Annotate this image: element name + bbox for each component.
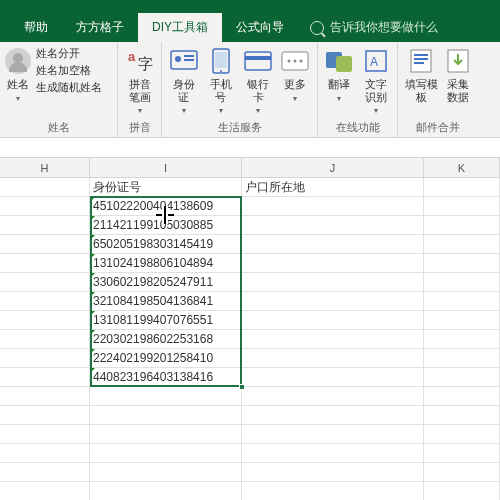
cell[interactable]: 330602198205247911	[90, 273, 242, 291]
name-random[interactable]: 生成随机姓名	[36, 80, 102, 95]
table-row[interactable]: 222402199201258410	[0, 349, 500, 368]
bank-button[interactable]: 银行卡▾	[243, 46, 274, 116]
svg-rect-20	[414, 54, 428, 56]
worksheet[interactable]: H I J K 身份证号 户口所在地 451022200404138609 21…	[0, 158, 500, 500]
col-i[interactable]: I	[90, 158, 242, 177]
svg-point-14	[300, 60, 303, 63]
svg-point-3	[175, 56, 181, 62]
svg-point-13	[294, 60, 297, 63]
svg-rect-5	[184, 59, 194, 61]
svg-text:字: 字	[138, 55, 153, 72]
grid-rows: 身份证号 户口所在地 451022200404138609 2114211991…	[0, 178, 500, 500]
group-mail-label: 邮件合并	[404, 118, 472, 135]
cell[interactable]: 220302198602253168	[90, 330, 242, 348]
group-life: 身份证▾ 手机号▾ 银行卡▾ 更多▾ 生活服务	[162, 42, 318, 137]
table-row[interactable]: 131024198806104894	[0, 254, 500, 273]
group-online: 翻译▾ A 文字识别▾ 在线功能	[318, 42, 398, 137]
svg-rect-19	[411, 50, 431, 72]
pinyin-button[interactable]: a字 拼音笔画▾	[124, 46, 155, 116]
tab-ffgz[interactable]: 方方格子	[62, 13, 138, 42]
cell[interactable]	[0, 178, 90, 196]
group-online-label: 在线功能	[324, 118, 391, 135]
ribbon: 姓名▾ 姓名分开 姓名加空格 生成随机姓名 姓名 a字 拼音笔画▾ 拼音 身份证…	[0, 42, 500, 138]
tell-me-search[interactable]: 告诉我你想要做什么	[306, 13, 442, 42]
col-k[interactable]: K	[424, 158, 500, 177]
ribbon-tabs: 帮助 方方格子 DIY工具箱 公式向导 告诉我你想要做什么	[0, 14, 500, 42]
name-split[interactable]: 姓名分开	[36, 46, 102, 61]
id-card-icon	[169, 46, 199, 76]
more-icon	[280, 46, 310, 76]
svg-text:A: A	[370, 55, 378, 69]
ocr-button[interactable]: A 文字识别▾	[361, 46, 392, 116]
group-pinyin: a字 拼音笔画▾ 拼音	[118, 42, 162, 137]
id-button[interactable]: 身份证▾	[168, 46, 199, 116]
svg-rect-21	[414, 58, 428, 60]
collect-icon	[443, 46, 473, 76]
cell[interactable]: 321084198504136841	[90, 292, 242, 310]
cell[interactable]: 650205198303145419	[90, 235, 242, 253]
group-life-label: 生活服务	[168, 118, 311, 135]
search-placeholder: 告诉我你想要做什么	[330, 19, 438, 36]
pinyin-icon: a字	[125, 46, 155, 76]
table-row[interactable]: 身份证号 户口所在地	[0, 178, 500, 197]
fill-template-button[interactable]: 填写模板	[404, 46, 438, 103]
table-row[interactable]	[0, 463, 500, 482]
phone-button[interactable]: 手机号▾	[205, 46, 236, 116]
bank-card-icon	[243, 46, 273, 76]
name-space[interactable]: 姓名加空格	[36, 63, 102, 78]
cell[interactable]: 身份证号	[90, 178, 242, 196]
table-row[interactable]: 330602198205247911	[0, 273, 500, 292]
group-name-label: 姓名	[6, 118, 111, 135]
search-icon	[310, 21, 324, 35]
tab-help[interactable]: 帮助	[10, 13, 62, 42]
svg-point-12	[288, 60, 291, 63]
svg-rect-7	[215, 52, 227, 68]
svg-rect-4	[184, 55, 194, 57]
translate-icon	[324, 46, 354, 76]
svg-text:a: a	[128, 49, 136, 64]
table-row[interactable]: 220302198602253168	[0, 330, 500, 349]
svg-rect-9	[245, 52, 271, 70]
table-row[interactable]	[0, 444, 500, 463]
formula-bar[interactable]	[0, 138, 500, 158]
tab-diy[interactable]: DIY工具箱	[138, 13, 222, 42]
table-row[interactable]	[0, 406, 500, 425]
cell[interactable]: 451022200404138609	[90, 197, 242, 215]
name-options: 姓名分开 姓名加空格 生成随机姓名	[36, 46, 102, 95]
cell[interactable]: 131081199407076551	[90, 311, 242, 329]
svg-rect-22	[414, 62, 424, 64]
template-icon	[406, 46, 436, 76]
cell[interactable]: 131024198806104894	[90, 254, 242, 272]
col-h[interactable]: H	[0, 158, 90, 177]
tab-gsxd[interactable]: 公式向导	[222, 13, 298, 42]
ocr-icon: A	[361, 46, 391, 76]
table-row[interactable]: 650205198303145419	[0, 235, 500, 254]
col-j[interactable]: J	[242, 158, 424, 177]
fill-handle[interactable]	[239, 384, 245, 390]
collect-button[interactable]: 采集数据	[444, 46, 472, 103]
name-button[interactable]: 姓名▾	[6, 46, 30, 103]
cell[interactable]: 440823196403138416	[90, 368, 242, 386]
table-row[interactable]: 211421199105030885	[0, 216, 500, 235]
table-row[interactable]	[0, 425, 500, 444]
group-mail: 填写模板 采集数据 邮件合并	[398, 42, 478, 137]
avatar-icon	[5, 48, 31, 74]
table-row[interactable]: 131081199407076551	[0, 311, 500, 330]
table-row[interactable]: 440823196403138416	[0, 368, 500, 387]
svg-rect-10	[245, 56, 271, 60]
table-row[interactable]: 451022200404138609	[0, 197, 500, 216]
svg-rect-16	[336, 56, 352, 72]
table-row[interactable]	[0, 387, 500, 406]
group-pinyin-label: 拼音	[124, 118, 155, 135]
table-row[interactable]: 321084198504136841	[0, 292, 500, 311]
cell[interactable]	[424, 178, 500, 196]
title-bar	[0, 0, 500, 14]
cell[interactable]: 222402199201258410	[90, 349, 242, 367]
cell[interactable]: 户口所在地	[242, 178, 424, 196]
table-row[interactable]	[0, 482, 500, 500]
column-headers: H I J K	[0, 158, 500, 178]
svg-point-8	[220, 70, 222, 72]
more-button[interactable]: 更多▾	[280, 46, 311, 103]
cell[interactable]: 211421199105030885	[90, 216, 242, 234]
translate-button[interactable]: 翻译▾	[324, 46, 355, 103]
